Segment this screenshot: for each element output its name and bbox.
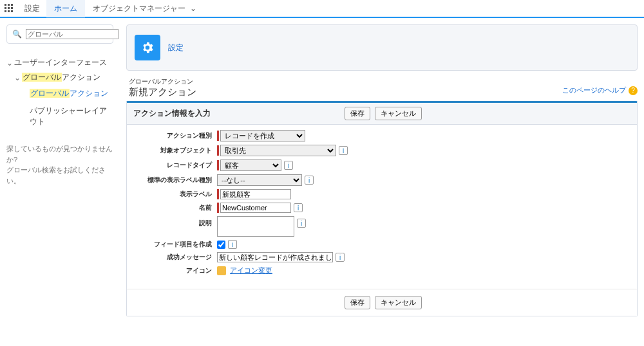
label-description: 説明 [133,216,217,228]
svg-rect-4 [8,7,10,9]
header-banner-title[interactable]: 設定 [168,42,184,53]
label-display-label: 表示ラベル [133,190,217,199]
label-success-message: 成功メッセージ [133,253,217,262]
help-icon: ? [629,86,638,95]
save-button-top[interactable]: 保存 [345,107,370,120]
info-icon[interactable]: i [336,253,345,262]
required-indicator-icon [217,203,219,213]
label-target-object: 対象オブジェクト [133,146,217,155]
sidebar-search-input[interactable] [26,29,118,39]
sidebar-search[interactable]: 🔍 [6,24,113,44]
tree-leaf-global-actions[interactable]: グローバルアクション [30,85,113,102]
svg-rect-5 [11,7,13,9]
tree-root-ui[interactable]: ⌄ ユーザーインターフェース [6,55,113,70]
form-section-title: アクション情報を入力 [133,108,299,119]
cancel-button-bottom[interactable]: キャンセル [375,296,422,309]
label-create-feed-item: フィード項目を作成 [133,240,217,249]
save-button-bottom[interactable]: 保存 [345,296,370,309]
breadcrumb: グローバルアクション [129,77,638,86]
tab-home[interactable]: ホーム [46,0,85,17]
help-link[interactable]: このページのヘルプ ? [562,86,638,95]
label-record-type: レコードタイプ [133,161,217,170]
select-standard-label-type[interactable]: --なし-- [217,174,302,186]
tree-leaf-publisher-layouts[interactable]: パブリッシャーレイアウト [30,102,113,131]
gear-icon [135,35,160,60]
svg-rect-8 [11,10,13,12]
required-indicator-icon [217,189,219,199]
app-name: 設定 [18,3,46,14]
label-icon: アイコン [133,266,217,275]
info-icon[interactable]: i [284,161,293,170]
textarea-description[interactable] [217,216,294,237]
cancel-button-top[interactable]: キャンセル [375,107,422,120]
label-standard-label-type: 標準の表示ラベル種別 [133,176,217,185]
required-indicator-icon [217,160,219,170]
select-record-type[interactable]: 顧客 [220,159,281,171]
svg-rect-3 [5,7,6,9]
tab-object-manager-label: オブジェクトマネージャー [93,4,185,13]
info-icon[interactable]: i [294,203,303,212]
svg-rect-0 [5,4,6,6]
account-object-icon [217,266,226,275]
tree-item-global-actions[interactable]: ⌄ グローバルアクション [14,70,113,85]
sidebar-hint: 探しているものが見つかりませんか? グローバル検索をお試しください。 [6,143,113,186]
label-action-type: アクション種別 [133,131,217,140]
svg-rect-2 [11,4,13,6]
info-icon[interactable]: i [297,219,306,228]
input-success-message[interactable] [217,252,333,262]
label-name: 名前 [133,203,217,212]
select-action-type[interactable]: レコードを作成 [220,130,305,141]
chevron-down-icon: ⌄ [190,4,196,13]
chevron-down-icon: ⌄ [14,73,22,82]
search-icon: 🔍 [12,30,22,39]
required-indicator-icon [217,131,219,141]
info-icon[interactable]: i [228,240,237,249]
tab-object-manager[interactable]: オブジェクトマネージャー ⌄ [85,0,204,17]
svg-rect-6 [5,10,6,12]
input-name[interactable] [220,203,291,213]
app-launcher-icon[interactable] [0,0,18,17]
checkbox-create-feed-item[interactable] [217,241,225,249]
info-icon[interactable]: i [305,176,314,185]
page-header: 設定 [126,24,638,71]
page-title: 新規アクション [129,86,638,98]
change-icon-link[interactable]: アイコン変更 [230,266,272,275]
select-target-object[interactable]: 取引先 [220,145,336,156]
svg-rect-7 [8,10,10,12]
input-display-label[interactable] [220,189,291,199]
required-indicator-icon [217,145,219,156]
chevron-down-icon: ⌄ [6,59,14,68]
svg-rect-1 [8,4,10,6]
info-icon[interactable]: i [339,146,348,155]
